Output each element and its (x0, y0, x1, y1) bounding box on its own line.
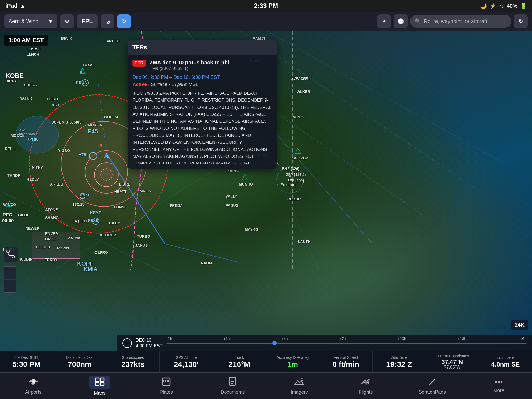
data-cell-coords: Current Coordinates 37.47°N 77.05°W (426, 351, 479, 372)
map-label-wopop: WOPOP (294, 156, 308, 160)
data-cell-altitude: GPS Altitude 24,130' (160, 351, 213, 372)
map-label-0000: 00:00 (2, 218, 14, 224)
map-label-hedly: HEDLY (27, 177, 39, 182)
svg-rect-43 (95, 378, 99, 382)
map-label-kpmp: KPMP (90, 210, 101, 215)
search-icon: 🔍 (414, 18, 421, 24)
nav-item-documents[interactable]: Documents (200, 373, 266, 399)
nav-item-flights[interactable]: Flights (332, 373, 399, 399)
map-label-lidre: LIDRE (119, 182, 130, 186)
timeline-label-p7h: +7h (339, 336, 346, 341)
map-label-yatur: YATUR (20, 96, 32, 100)
map-label-janus: JANUS (135, 243, 148, 248)
svg-rect-45 (95, 383, 99, 385)
data-cell-distance: Distance to Dest 700nm (53, 351, 106, 372)
chevron-down-icon: ▼ (48, 18, 53, 24)
map-label-kfxe: KFXE (88, 218, 98, 223)
time-badge: 1:00 AM EST (4, 35, 48, 46)
map-label-kmia: KMIA (84, 266, 97, 272)
map-label-lonni: LONNI (114, 205, 126, 209)
svg-rect-44 (100, 378, 104, 382)
nav-item-airports[interactable]: Airports (0, 373, 66, 399)
map-label-jtx: JTX (405) (66, 120, 82, 124)
data-cell-track: Track 216°M (213, 351, 266, 372)
scale-indicator: 24K (511, 320, 528, 330)
map-label-freeport: Freeport (281, 183, 296, 187)
tfr-description: !FDC 7/9833 ZMA PART 1 OF 7 FL...AIRSPAC… (132, 90, 272, 164)
bottom-nav: Airports Maps Plates (0, 372, 532, 399)
map-label-gilbi: GILBI (18, 213, 28, 217)
globe-button[interactable]: ◎ (101, 14, 114, 28)
tfr-popup: TFRs TFR ZMA dec 9-10 potus back to pbi … (128, 40, 277, 169)
map-label-lauth: LAUTH (298, 240, 310, 244)
map-label-heatt: HEATT (114, 190, 127, 194)
map-label-pionn: PIONN (57, 246, 69, 250)
data-bar: ETA Dest (EST) 5:30 PM Distance to Dest … (0, 351, 532, 372)
nav-item-imagery[interactable]: Imagery (266, 373, 332, 399)
timeline-play-button[interactable]: ▶ (122, 338, 132, 348)
map-label-newer: NEWER (26, 226, 39, 231)
route-icon[interactable] (4, 247, 18, 262)
scratchpads-icon (427, 377, 438, 388)
map-area[interactable]: BIWIK RAMJT ANGEE CUSMO LLNCH TUXXI PERM… (0, 31, 532, 351)
map-label-hiley: HILEY (109, 221, 120, 225)
more-icon: ••• (494, 378, 503, 386)
zoom-controls: + − (4, 266, 16, 293)
map-label-thndr: THNDR (7, 173, 20, 178)
map-label-diddy: DIDDY (5, 79, 17, 83)
map-label-holdd: HOLD D (36, 245, 50, 249)
data-cell-eta: ETA Dest (EST) 5:30 PM (0, 351, 53, 372)
maps-icon-wrap (89, 376, 110, 389)
map-label-angee: ANGEE (106, 39, 120, 43)
moon-icon: 🌙 (480, 3, 487, 9)
star-icon: ✦ (382, 18, 386, 24)
timeline-info: DEC 10 4:00 PM EST (136, 337, 163, 349)
map-label-kphk: KPHK (27, 137, 38, 141)
tfr-title-block: ZMA dec 9-10 potus back to pbi TFR (2007… (149, 59, 229, 71)
aero-wind-dropdown[interactable]: Aero & Wind ▼ (4, 14, 57, 28)
map-label-ksua: KSUA (76, 80, 87, 85)
map-label-llnch: LLNCH (27, 52, 39, 56)
timeline-date: DEC 10 (136, 337, 163, 343)
clock-icon: 🕐 (397, 18, 404, 24)
map-label-mrlin: MRLIN (140, 189, 151, 193)
map-label-tbird: TBIRD (47, 97, 58, 101)
timeline-scrubber[interactable] (272, 341, 277, 345)
bluetooth-icon: ⚡ (489, 3, 496, 9)
refresh-button[interactable]: ↻ (514, 14, 528, 28)
active-mode-button[interactable]: ↻ (117, 14, 131, 28)
map-label-sheds: SHEDS (24, 83, 37, 87)
map-label-mayko: MAYKO (245, 227, 258, 232)
nav-item-scratchpads[interactable]: ScratchPads (399, 373, 466, 399)
map-label-morga: MORGA (88, 123, 102, 127)
settings-button[interactable]: ⚙ (60, 14, 74, 28)
nav-item-maps[interactable]: Maps (66, 373, 133, 399)
zoom-in-button[interactable]: + (4, 266, 16, 279)
map-label-munro: MUNRO (239, 182, 253, 186)
refresh-map-icon: ↻ (122, 18, 126, 24)
nav-item-more[interactable]: ••• More (466, 373, 532, 399)
map-label-bhf: BHF (326) (282, 167, 299, 171)
svg-point-55 (301, 379, 303, 381)
map-label-jupem: JUPEM (52, 120, 65, 124)
clock-button[interactable]: 🕐 (394, 14, 408, 28)
svg-rect-42 (32, 384, 34, 385)
map-label-qepro: QEPRO (94, 250, 108, 254)
zoom-out-button[interactable]: − (4, 280, 16, 293)
map-label-yigbo: YIGBO (58, 149, 70, 153)
fpl-button[interactable]: FPL (77, 14, 98, 28)
timeline-label-p16h: +16h (518, 336, 527, 341)
data-cell-accuracy: Accuracy (X-Plane) 1m (266, 351, 319, 372)
nav-item-plates[interactable]: Plates (133, 373, 200, 399)
svg-rect-48 (164, 380, 166, 382)
plates-icon (161, 377, 172, 388)
scratchpads-label: ScratchPads (419, 389, 446, 395)
plates-label: Plates (160, 389, 173, 395)
search-bar[interactable]: 🔍 Route, waypoint, or aircraft (410, 15, 511, 28)
status-right: 🌙 ⚡ ↑↓ 40% 🔋 (480, 3, 527, 9)
timeline-track[interactable]: -2h +1h +4h +7h +10h +13h +16h (166, 343, 527, 344)
map-label-nitny: NITNY (32, 165, 43, 170)
map-label-zana: ZA_NA (68, 236, 81, 240)
star-button[interactable]: ✦ (377, 14, 391, 28)
timeline-bar: ▶ DEC 10 4:00 PM EST -2h +1h +4h +7h +10… (117, 335, 532, 351)
